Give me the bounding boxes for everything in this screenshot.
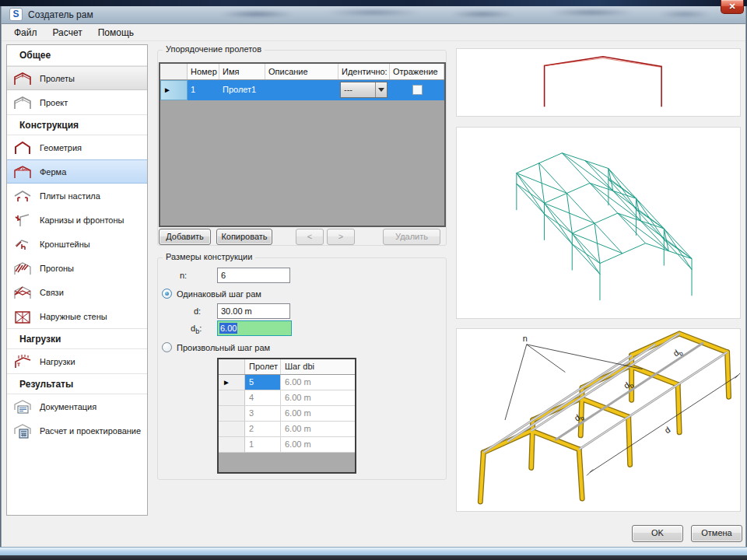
custom-spacing-label: Произвольный шаг рам — [177, 343, 270, 352]
gold-frame-drawing: n db db db d — [457, 329, 740, 511]
wireframe-preview — [456, 127, 741, 319]
sidebar-item-deck[interactable]: Плиты настила — [7, 184, 147, 208]
ok-button[interactable]: OK — [632, 525, 683, 542]
sidebar-item-label: Геометрия — [40, 143, 82, 152]
prev-button[interactable]: < — [296, 229, 324, 245]
bay-step[interactable]: 6.00 m — [281, 437, 355, 453]
project-frame-icon — [12, 95, 33, 110]
sidebar-item-bracing[interactable]: Связи — [7, 280, 147, 304]
sidebar-item-label: Кронштейны — [40, 240, 90, 249]
sidebar-item-label: Документация — [40, 402, 96, 411]
col-name: Имя — [219, 64, 265, 79]
menu-file[interactable]: Файл — [6, 25, 45, 40]
bay-number[interactable]: 1 — [245, 437, 281, 453]
truss-icon — [12, 164, 33, 180]
spans-table[interactable]: Номер Имя Описание Идентично: Отражение … — [159, 62, 446, 227]
teal-wireframe-drawing — [457, 128, 740, 318]
close-button[interactable]: ✕ — [721, 0, 744, 14]
documentation-icon — [12, 399, 33, 415]
col-desc: Описание — [265, 64, 338, 79]
row-selector-header — [219, 359, 245, 374]
uniform-spacing-label: Одинаковый шаг рам — [177, 289, 261, 299]
db-input[interactable]: 6.00 — [217, 320, 292, 336]
bay-spacing-table[interactable]: Пролет Шаг dbi ► 5 6.00 m 4 6.00 m 3 6.0… — [217, 358, 356, 474]
spans-frame-icon — [12, 71, 33, 86]
bay-number[interactable]: 5 — [245, 375, 281, 390]
identical-value: --- — [341, 82, 375, 97]
bay-step[interactable]: 6.00 m — [281, 422, 355, 437]
cell-number[interactable]: 1 — [188, 80, 219, 100]
span-ordering-title: Упорядочение пролетов — [163, 44, 265, 54]
frame-creator-window: S Создатель рам ✕ Файл Расчет Помощь Общ… — [0, 0, 747, 560]
bay-row[interactable]: 3 6.00 m — [219, 406, 355, 422]
bay-number[interactable]: 3 — [245, 406, 281, 422]
deck-slabs-icon — [12, 188, 33, 204]
row-marker: ► — [219, 375, 245, 390]
window-border-left — [0, 6, 2, 549]
sidebar-item-label: Проект — [40, 98, 68, 107]
cancel-button[interactable]: Отмена — [691, 525, 742, 542]
sidebar-item-design[interactable]: Расчет и проектирование — [7, 418, 147, 443]
section-construction: Конструкция — [7, 114, 147, 135]
sidebar-item-geometry[interactable]: Геометрия — [7, 135, 147, 159]
menu-calc[interactable]: Расчет — [45, 25, 90, 40]
sidebar-item-brackets[interactable]: Кронштейны — [7, 232, 147, 256]
title-bar[interactable]: S Создатель рам — [0, 6, 747, 24]
sidebar-item-label: Наружные стены — [40, 312, 107, 321]
copy-button[interactable]: Копировать — [216, 229, 272, 245]
sidebar-item-purlins[interactable]: Прогоны — [7, 256, 147, 280]
span-row-1[interactable]: ► 1 Пролет1 --- — [160, 80, 444, 100]
d-input[interactable]: 30.00 m — [217, 303, 290, 319]
row-selector — [219, 390, 245, 406]
row-selector — [219, 422, 245, 437]
sidebar-item-project[interactable]: Проект — [7, 90, 147, 114]
menu-help[interactable]: Помощь — [90, 25, 142, 40]
custom-spacing-radio[interactable]: Произвольный шаг рам — [162, 342, 270, 352]
bay-row[interactable]: 2 6.00 m — [219, 422, 355, 437]
section-loads: Нагрузки — [7, 328, 147, 349]
sidebar-item-spans[interactable]: Пролеты — [7, 66, 147, 90]
bay-step[interactable]: 6.00 m — [281, 406, 355, 422]
chevron-down-icon[interactable] — [375, 82, 387, 97]
radio-on-icon — [162, 289, 172, 299]
sidebar: Общее Пролеты Проект Конструкция Геометр… — [6, 44, 148, 516]
next-button[interactable]: > — [327, 229, 355, 245]
identical-dropdown[interactable]: --- — [340, 82, 388, 98]
cell-mirror — [390, 80, 444, 100]
bay-row[interactable]: 4 6.00 m — [219, 390, 355, 406]
sidebar-item-eaves[interactable]: Карнизы и фронтоны — [7, 208, 147, 232]
col-number: Номер — [188, 64, 219, 79]
span-ordering-group: Упорядочение пролетов Номер Имя Описание… — [157, 50, 447, 246]
purlins-icon — [12, 261, 33, 276]
uniform-spacing-radio[interactable]: Одинаковый шаг рам — [162, 289, 261, 299]
db-label: db: — [191, 324, 202, 335]
sidebar-item-docs[interactable]: Документация — [7, 394, 147, 418]
selected-text: 6.00 — [219, 323, 237, 334]
bay-number[interactable]: 2 — [245, 422, 281, 437]
background-bottom-strip — [0, 555, 747, 560]
col-step: Шаг dbi — [281, 359, 355, 374]
cell-desc[interactable] — [265, 80, 338, 100]
d-label: d: — [194, 306, 201, 316]
delete-button[interactable]: Удалить — [383, 229, 440, 245]
bay-row[interactable]: 1 6.00 m — [219, 437, 355, 453]
bay-step[interactable]: 6.00 m — [281, 390, 355, 406]
db-dimension-label: db — [672, 345, 685, 360]
brackets-icon — [12, 236, 33, 252]
bay-row[interactable]: ► 5 6.00 m — [219, 375, 355, 390]
eaves-gables-icon — [12, 212, 33, 228]
mirror-checkbox[interactable] — [412, 85, 423, 95]
row-selector-header — [160, 64, 188, 79]
sidebar-item-walls[interactable]: Наружные стены — [7, 304, 147, 328]
cell-name[interactable]: Пролет1 — [219, 80, 265, 100]
bay-number[interactable]: 4 — [245, 390, 281, 406]
geometry-arch-icon — [12, 140, 33, 156]
n-input[interactable]: 6 — [217, 268, 290, 283]
background-window-strip — [0, 0, 747, 6]
window-title: Создатель рам — [28, 9, 93, 20]
bay-step[interactable]: 6.00 m — [281, 375, 355, 390]
sidebar-item-truss[interactable]: Ферма — [7, 159, 147, 184]
sidebar-item-loads[interactable]: Нагрузки — [7, 349, 147, 373]
n-dimension-label: n — [523, 334, 528, 343]
add-button[interactable]: Добавить — [159, 229, 211, 245]
